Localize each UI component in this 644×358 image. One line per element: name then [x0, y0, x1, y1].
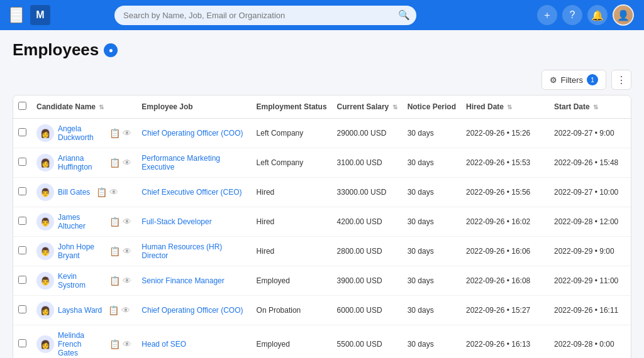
row-notice-cell: 30 days — [402, 178, 461, 207]
row-checkbox-cell — [13, 178, 31, 207]
row-checkbox[interactable] — [18, 305, 26, 313]
avatar-button[interactable]: 👤 — [613, 4, 634, 26]
candidate-name-link[interactable]: Kevin Systrom — [58, 272, 103, 290]
row-checkbox-cell — [13, 296, 31, 325]
row-checkbox[interactable] — [18, 128, 26, 136]
view-icon[interactable]: 👁 — [123, 128, 131, 138]
job-link[interactable]: Chief Executive Officer (CEO) — [142, 188, 242, 197]
candidate-name-link[interactable]: Angela Duckworth — [58, 124, 103, 142]
menu-icon[interactable]: ☰ — [10, 7, 23, 23]
candidate-name-link[interactable]: Bill Gates — [58, 188, 90, 197]
filter-count-badge: 1 — [587, 74, 598, 85]
view-icon[interactable]: 👁 — [123, 158, 131, 168]
view-icon[interactable]: 👁 — [123, 217, 131, 227]
row-salary-cell: 33000.00 USD — [332, 178, 402, 207]
row-status-cell: Hired — [252, 207, 332, 237]
row-checkbox-cell — [13, 266, 31, 296]
row-status-cell: Hired — [252, 178, 332, 207]
col-header-notice[interactable]: Notice Period — [402, 95, 461, 119]
filters-label: Filters — [561, 75, 583, 85]
sort-icon-start: ⇅ — [593, 104, 598, 111]
row-checkbox[interactable] — [18, 187, 26, 195]
job-link[interactable]: Performance Marketing Executive — [142, 154, 220, 171]
table-row: 👩 Arianna Huffington 📋 👁 Performance Mar… — [13, 148, 631, 178]
table-row: 👩 Melinda French Gates 📋 👁 Head of SEO E… — [13, 325, 631, 359]
copy-icon[interactable]: 📋 — [108, 305, 119, 315]
job-link[interactable]: Chief Operating Officer (COO) — [142, 129, 243, 138]
candidate-name-link[interactable]: John Hope Bryant — [58, 242, 103, 260]
candidate-name-link[interactable]: Melinda French Gates — [58, 331, 103, 357]
row-checkbox[interactable] — [18, 158, 26, 166]
row-status-cell: Left Company — [252, 119, 332, 148]
table-row: 👩 Laysha Ward 📋 👁 Chief Operating Office… — [13, 296, 631, 325]
row-start-cell: 2022-09-26 • 15:48 — [549, 148, 631, 178]
row-notice-cell: 30 days — [402, 119, 461, 148]
col-header-name[interactable]: Candidate Name ⇅ — [31, 95, 136, 119]
filters-button[interactable]: ⚙ Filters 1 — [541, 70, 606, 90]
job-link[interactable]: Chief Operating Officer (COO) — [142, 306, 243, 315]
view-icon[interactable]: 👁 — [121, 305, 130, 315]
row-checkbox[interactable] — [18, 339, 26, 347]
copy-icon[interactable]: 📋 — [96, 187, 107, 197]
copy-icon[interactable]: 📋 — [109, 217, 120, 227]
candidate-name-link[interactable]: James Altucher — [58, 213, 103, 231]
row-actions: 📋 👁 — [109, 158, 131, 168]
row-status-cell: On Probation — [252, 296, 332, 325]
table-row: 👨 James Altucher 📋 👁 Full-Stack Develope… — [13, 207, 631, 237]
row-checkbox[interactable] — [18, 217, 26, 225]
page-title: Employees — [13, 40, 99, 60]
select-all-checkbox[interactable] — [18, 102, 26, 110]
row-status-cell: Left Company — [252, 148, 332, 178]
employees-table: Candidate Name ⇅ Employee Job Employment… — [13, 95, 631, 358]
add-icon-button[interactable]: ＋ — [537, 5, 557, 25]
candidate-name-link[interactable]: Arianna Huffington — [58, 154, 103, 171]
search-container: 🔍 — [114, 6, 416, 25]
row-start-cell: 2022-09-28 • 0:00 — [549, 325, 631, 359]
search-input[interactable] — [114, 6, 416, 25]
row-start-cell: 2022-09-29 • 9:00 — [549, 237, 631, 266]
candidate-avatar: 👨 — [36, 183, 54, 201]
job-link[interactable]: Human Resources (HR) Director — [142, 242, 222, 260]
app-logo: M — [30, 5, 50, 25]
table-header-row: Candidate Name ⇅ Employee Job Employment… — [13, 95, 631, 119]
row-name-cell: 👨 Bill Gates 📋 👁 — [31, 178, 136, 207]
help-icon-button[interactable]: ? — [562, 5, 582, 25]
view-icon[interactable]: 👁 — [123, 339, 131, 349]
employees-table-container: Candidate Name ⇅ Employee Job Employment… — [13, 95, 631, 358]
col-header-start[interactable]: Start Date ⇅ — [549, 95, 631, 119]
job-link[interactable]: Head of SEO — [142, 340, 186, 349]
col-header-job[interactable]: Employee Job — [136, 95, 251, 119]
row-checkbox-cell — [13, 325, 31, 359]
job-link[interactable]: Senior Finance Manager — [142, 276, 224, 285]
row-actions: 📋 👁 — [109, 339, 131, 349]
row-hired-cell: 2022-09-26 • 16:02 — [461, 207, 549, 237]
candidate-name-link[interactable]: Laysha Ward — [58, 306, 102, 315]
table-body: 👩 Angela Duckworth 📋 👁 Chief Operating O… — [13, 119, 631, 359]
table-row: 👨 Bill Gates 📋 👁 Chief Executive Officer… — [13, 178, 631, 207]
app-header: ☰ M 🔍 ＋ ? 🔔 👤 — [0, 0, 644, 30]
more-options-button[interactable]: ⋮ — [611, 70, 631, 90]
copy-icon[interactable]: 📋 — [109, 246, 120, 256]
view-icon[interactable]: 👁 — [109, 187, 118, 197]
view-icon[interactable]: 👁 — [123, 246, 131, 256]
row-actions: 📋 👁 — [109, 246, 131, 256]
job-link[interactable]: Full-Stack Developer — [142, 217, 211, 226]
col-header-salary[interactable]: Current Salary ⇅ — [332, 95, 402, 119]
row-checkbox[interactable] — [18, 246, 26, 254]
table-row: 👩 Angela Duckworth 📋 👁 Chief Operating O… — [13, 119, 631, 148]
row-name-cell: 👨 John Hope Bryant 📋 👁 — [31, 237, 136, 266]
col-header-status[interactable]: Employment Status — [252, 95, 332, 119]
page-info-icon[interactable]: ● — [104, 43, 118, 57]
row-name-cell: 👩 Arianna Huffington 📋 👁 — [31, 148, 136, 178]
col-header-hired[interactable]: Hired Date ⇅ — [461, 95, 549, 119]
bell-icon-button[interactable]: 🔔 — [587, 5, 608, 25]
search-icon: 🔍 — [398, 9, 410, 21]
copy-icon[interactable]: 📋 — [109, 158, 120, 168]
row-notice-cell: 30 days — [402, 325, 461, 359]
copy-icon[interactable]: 📋 — [109, 128, 120, 138]
copy-icon[interactable]: 📋 — [109, 339, 120, 349]
row-job-cell: Full-Stack Developer — [136, 207, 251, 237]
view-icon[interactable]: 👁 — [123, 276, 131, 286]
copy-icon[interactable]: 📋 — [109, 276, 120, 286]
row-checkbox[interactable] — [18, 276, 26, 284]
